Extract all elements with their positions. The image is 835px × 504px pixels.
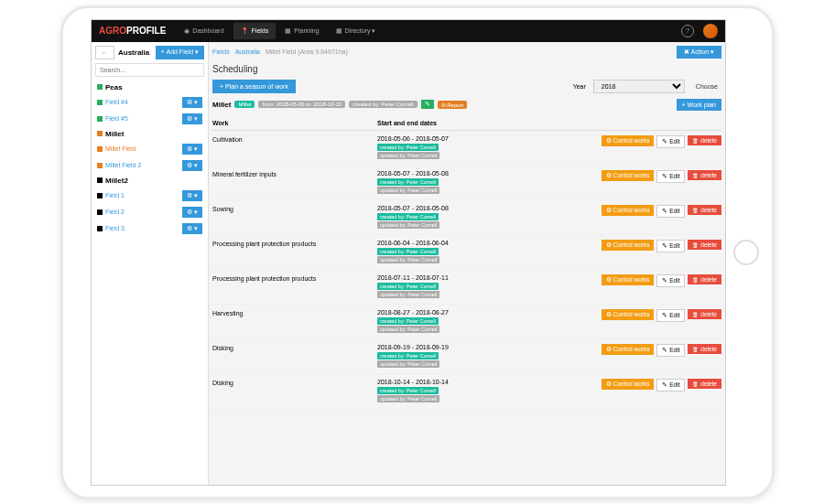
field-name: Field #5	[105, 115, 179, 122]
work-dates: 2018-09-19 - 2018-09-19created by: Peter…	[377, 344, 496, 369]
control-works-button[interactable]: ⚙ Control works	[602, 274, 655, 285]
gear-button[interactable]: ⚙ ▾	[182, 113, 202, 124]
field-row[interactable]: Field 1⚙ ▾	[95, 188, 204, 204]
field-name: Field 1	[105, 192, 179, 198]
nav-dashboard[interactable]: ◉Dashboard	[177, 23, 231, 39]
work-actions: ⚙ Control works✎ Edit🗑 delete	[496, 309, 721, 322]
field-row[interactable]: Field 2⚙ ▾	[95, 204, 204, 220]
delete-button[interactable]: 🗑 delete	[688, 205, 721, 215]
date-text: 2018-07-11 - 2018-07-11	[377, 274, 496, 281]
delete-button[interactable]: 🗑 delete	[688, 240, 721, 250]
nav-planning[interactable]: ▦Planning	[277, 23, 326, 39]
delete-button[interactable]: 🗑 delete	[688, 309, 721, 319]
gear-button[interactable]: ⚙ ▾	[182, 160, 202, 171]
work-actions: ⚙ Control works✎ Edit🗑 delete	[496, 170, 721, 183]
home-button[interactable]	[733, 240, 759, 265]
date-text: 2018-05-06 - 2018-05-07	[377, 135, 496, 142]
choose-button[interactable]: Choose	[692, 81, 721, 91]
table-header: Work Start and end dates	[212, 116, 721, 131]
add-field-button[interactable]: + Add Field ▾	[156, 46, 204, 59]
crop-header-peas: Peas	[95, 80, 204, 94]
field-row[interactable]: Field #4⚙ ▾	[95, 94, 204, 111]
edit-button[interactable]: ✎ Edit	[656, 240, 685, 252]
crop-name: Peas	[105, 83, 123, 91]
field-row[interactable]: Field #5⚙ ▾	[95, 111, 204, 127]
delete-button[interactable]: 🗑 delete	[688, 135, 721, 145]
gear-button[interactable]: ⚙ ▾	[182, 190, 202, 201]
table-row: Disking2018-10-14 - 2018-10-14created by…	[212, 374, 721, 409]
toolbar-row: + Plan a season of work Year 2018 Choose	[212, 80, 721, 93]
color-swatch	[97, 84, 103, 90]
gear-button[interactable]: ⚙ ▾	[182, 144, 202, 155]
control-works-button[interactable]: ⚙ Control works	[602, 379, 655, 390]
work-dates: 2018-05-06 - 2018-05-07created by: Peter…	[377, 135, 496, 160]
control-works-button[interactable]: ⚙ Control works	[602, 205, 655, 216]
logo: AGROPROFILE	[99, 26, 166, 36]
year-select[interactable]: 2018	[593, 80, 685, 93]
updated-tag: updated by: Peter Cornell	[377, 326, 439, 333]
page-title: Scheduling	[212, 64, 721, 74]
avatar[interactable]	[703, 24, 718, 38]
edit-button[interactable]: ✎ Edit	[656, 344, 685, 357]
delete-button[interactable]: 🗑 delete	[688, 379, 721, 389]
control-works-button[interactable]: ⚙ Control works	[602, 344, 655, 355]
plan-season-button[interactable]: + Plan a season of work	[212, 80, 296, 93]
content: ← Australia + Add Field ▾ Peas Field #4⚙…	[92, 42, 725, 485]
screen: AGROPROFILE ◉Dashboard 📍Fields ▦Planning…	[91, 19, 726, 486]
created-tag: created by: Peter Cornell	[377, 248, 439, 255]
created-tag: created by: Peter Cornell	[377, 387, 439, 394]
gear-button[interactable]: ⚙ ▾	[182, 223, 202, 234]
dates-badge: from: 2018-05-06 to: 2018-10-10	[258, 101, 345, 108]
action-button[interactable]: ✖ Action ▾	[677, 46, 721, 59]
edit-button[interactable]: ✎	[421, 100, 434, 109]
crop-header-millet2: Millet2	[95, 174, 204, 188]
delete-button[interactable]: 🗑 delete	[688, 274, 721, 284]
nav-directory[interactable]: ▦Directory ▾	[329, 23, 384, 39]
edit-button[interactable]: ✎ Edit	[656, 170, 685, 183]
year-label: Year	[573, 83, 586, 90]
logo-part1: AGRO	[99, 26, 126, 36]
control-works-button[interactable]: ⚙ Control works	[602, 170, 655, 181]
gear-button[interactable]: ⚙ ▾	[182, 97, 202, 108]
report-badge[interactable]: ⊘ Report	[438, 101, 468, 109]
control-works-button[interactable]: ⚙ Control works	[602, 135, 655, 146]
breadcrumb-country[interactable]: Australia	[235, 48, 260, 55]
logo-part2: PROFILE	[126, 26, 166, 36]
updated-tag: updated by: Peter Cornell	[377, 221, 439, 229]
table-row: Harvesting2018-08-27 - 2018-08-27created…	[212, 305, 721, 339]
updated-tag: updated by: Peter Cornell	[377, 187, 439, 194]
field-row[interactable]: Millet Field 2⚙ ▾	[95, 157, 204, 174]
sidebar: ← Australia + Add Field ▾ Peas Field #4⚙…	[92, 42, 209, 485]
delete-button[interactable]: 🗑 delete	[688, 170, 721, 180]
nav-fields[interactable]: 📍Fields	[233, 23, 277, 39]
created-tag: created by: Peter Cornell	[377, 144, 439, 151]
field-name: Field 2	[105, 209, 179, 215]
control-works-button[interactable]: ⚙ Control works	[602, 240, 655, 251]
table-row: Processing plant protection products2018…	[212, 270, 721, 305]
edit-button[interactable]: ✎ Edit	[656, 205, 685, 218]
edit-button[interactable]: ✎ Edit	[656, 274, 685, 287]
table-row: Sowing2018-05-07 - 2018-05-08created by:…	[212, 200, 721, 235]
help-icon[interactable]: ?	[681, 25, 694, 38]
back-button[interactable]: ←	[95, 46, 114, 59]
created-tag: created by: Peter Cornell	[377, 213, 439, 220]
color-swatch	[97, 116, 103, 122]
edit-button[interactable]: ✎ Edit	[656, 135, 685, 148]
breadcrumb: Fields Australia Millet Field (Area 9.64…	[212, 46, 721, 59]
field-row[interactable]: Field 3⚙ ▾	[95, 220, 204, 237]
breadcrumb-fields[interactable]: Fields	[212, 48, 230, 55]
search-input[interactable]	[95, 63, 204, 77]
tablet-frame: AGROPROFILE ◉Dashboard 📍Fields ▦Planning…	[60, 5, 775, 499]
created-tag: created by: Peter Cornell	[377, 283, 439, 290]
edit-button[interactable]: ✎ Edit	[656, 309, 685, 322]
gear-button[interactable]: ⚙ ▾	[182, 207, 202, 218]
field-row[interactable]: Millet Field⚙ ▾	[95, 141, 204, 157]
edit-button[interactable]: ✎ Edit	[656, 379, 685, 391]
updated-tag: updated by: Peter Cornell	[377, 291, 439, 298]
workplan-button[interactable]: + Work plan	[677, 99, 721, 111]
updated-tag: updated by: Peter Cornell	[377, 360, 439, 368]
delete-button[interactable]: 🗑 delete	[688, 344, 721, 354]
work-name: Processing plant protection products	[212, 240, 377, 247]
millet-label: Millet	[212, 101, 231, 109]
control-works-button[interactable]: ⚙ Control works	[602, 309, 655, 320]
